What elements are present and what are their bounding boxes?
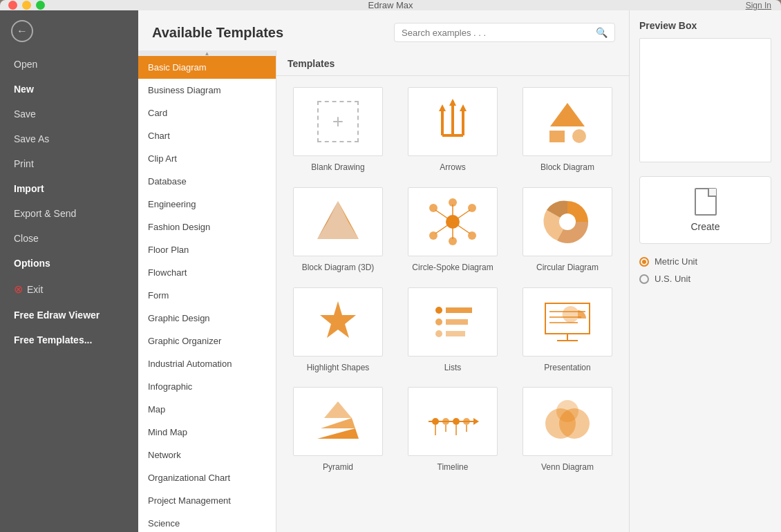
template-thumb-circlespoke	[408, 187, 498, 256]
sidebar-item-options[interactable]: Options	[0, 251, 138, 276]
template-circular[interactable]: Circular Diagram	[517, 187, 618, 274]
us-unit-option[interactable]: U.S. Unit	[639, 274, 771, 284]
category-graphic-organizer[interactable]: Graphic Organizer	[138, 330, 276, 352]
close-button[interactable]	[8, 1, 17, 10]
block3d-svg	[310, 198, 366, 246]
sidebar-item-close[interactable]: Close	[0, 226, 138, 251]
category-flowchart[interactable]: Flowchart	[138, 261, 276, 284]
template-timeline[interactable]: Timeline	[402, 387, 503, 473]
svg-point-28	[435, 307, 442, 314]
create-button[interactable]: Create	[639, 176, 771, 244]
app-title: Edraw Max	[368, 0, 413, 10]
sidebar-item-save[interactable]: Save	[0, 102, 138, 126]
venn-svg	[540, 397, 595, 446]
category-industrial-automation[interactable]: Industrial Automation	[138, 352, 276, 375]
svg-rect-33	[446, 331, 465, 336]
template-lists[interactable]: Lists	[402, 287, 503, 374]
sidebar-item-exit[interactable]: ⊗ Exit	[0, 276, 138, 303]
metric-unit-option[interactable]: Metric Unit	[639, 256, 771, 267]
category-project-management[interactable]: Project Management	[138, 489, 276, 512]
maximize-button[interactable]	[36, 1, 45, 10]
template-venn[interactable]: Venn Diagram	[517, 387, 618, 473]
svg-point-19	[468, 231, 476, 240]
category-fashion-design[interactable]: Fashion Design	[138, 216, 276, 238]
signin-link[interactable]: Sign In	[746, 1, 771, 10]
scroll-up-arrow[interactable]: ▲	[138, 50, 276, 56]
category-infographic[interactable]: Infographic	[138, 375, 276, 398]
svg-point-48	[463, 418, 470, 425]
template-thumb-arrows	[408, 87, 498, 156]
template-block-diagram[interactable]: Block Diagram	[517, 87, 618, 173]
template-label-block3d: Block Diagram (3D)	[302, 262, 375, 274]
category-engineering[interactable]: Engineering	[138, 193, 276, 216]
category-chart[interactable]: Chart	[138, 124, 276, 147]
svg-marker-27	[320, 301, 356, 338]
category-map[interactable]: Map	[138, 398, 276, 421]
template-thumb-presentation	[523, 287, 612, 357]
template-circle-spoke[interactable]: Circle-Spoke Diagram	[402, 187, 503, 274]
category-mind-map[interactable]: Mind Map	[138, 421, 276, 444]
sidebar-item-saveas[interactable]: Save As	[0, 126, 138, 151]
category-graphic-design[interactable]: Graphic Design	[138, 307, 276, 330]
template-label-block: Block Diagram	[540, 162, 594, 173]
svg-point-17	[468, 204, 476, 212]
category-form[interactable]: Form	[138, 284, 276, 307]
sidebar-item-import[interactable]: Import	[0, 176, 138, 201]
minimize-button[interactable]	[22, 1, 31, 10]
back-button[interactable]: ←	[0, 10, 138, 52]
category-database[interactable]: Database	[138, 170, 276, 193]
sidebar-item-open[interactable]: Open	[0, 52, 138, 77]
template-label-circular: Circular Diagram	[536, 262, 599, 274]
svg-point-23	[429, 231, 437, 240]
circlespoke-svg	[425, 198, 480, 246]
sidebar-item-print[interactable]: Print	[0, 151, 138, 176]
svg-point-25	[429, 204, 437, 212]
available-templates-title: Available Templates	[152, 25, 283, 41]
template-block-3d[interactable]: Block Diagram (3D)	[288, 187, 388, 274]
template-blank-drawing[interactable]: + Blank Drawing	[288, 87, 388, 173]
category-card[interactable]: Card	[138, 102, 276, 124]
svg-point-9	[572, 129, 586, 143]
category-floor-plan[interactable]: Floor Plan	[138, 238, 276, 261]
category-business-diagram[interactable]: Business Diagram	[138, 79, 276, 102]
category-science[interactable]: Science	[138, 512, 276, 532]
sidebar-item-export[interactable]: Export & Send	[0, 201, 138, 226]
svg-point-30	[435, 319, 442, 325]
search-input[interactable]	[402, 28, 596, 38]
sidebar-item-new[interactable]: New	[0, 77, 138, 102]
template-thumb-timeline	[408, 387, 498, 456]
template-label-highlight: Highlight Shapes	[307, 362, 370, 374]
svg-point-15	[449, 198, 457, 207]
templates-section-title: Templates	[288, 58, 335, 69]
template-pyramid[interactable]: Pyramid	[288, 387, 388, 473]
template-arrows[interactable]: Arrows	[402, 87, 503, 173]
svg-marker-5	[460, 104, 467, 111]
templates-header: Templates	[276, 50, 629, 76]
sidebar: ← Open New Save Save As Print Import Exp…	[0, 10, 138, 532]
metric-unit-label: Metric Unit	[655, 256, 697, 267]
templates-grid: + Blank Drawing	[276, 76, 629, 532]
template-label-venn: Venn Diagram	[541, 462, 594, 473]
window-controls[interactable]	[8, 1, 45, 10]
svg-marker-4	[449, 99, 456, 106]
template-presentation[interactable]: Presentation	[517, 287, 618, 374]
svg-point-47	[453, 418, 460, 425]
category-network[interactable]: Network	[138, 444, 276, 466]
template-thumb-venn	[523, 387, 612, 456]
titlebar: Edraw Max Sign In	[0, 0, 781, 10]
category-basic-diagram[interactable]: Basic Diagram	[138, 56, 276, 79]
template-highlight[interactable]: Highlight Shapes	[288, 287, 388, 374]
svg-point-32	[435, 330, 442, 337]
sidebar-item-free-templates[interactable]: Free Templates...	[0, 327, 138, 352]
category-clip-art[interactable]: Clip Art	[138, 147, 276, 170]
svg-point-26	[559, 213, 576, 230]
search-box[interactable]: 🔍	[394, 23, 615, 42]
create-doc-icon	[695, 188, 717, 216]
template-label-circlespoke: Circle-Spoke Diagram	[412, 262, 493, 274]
search-icon[interactable]: 🔍	[596, 27, 608, 38]
unit-radio-group: Metric Unit U.S. Unit	[639, 256, 771, 284]
category-org-chart[interactable]: Organizational Chart	[138, 466, 276, 489]
right-panel: Preview Box Create Metric Unit U.S. Unit	[629, 10, 781, 532]
sidebar-item-free-viewer[interactable]: Free Edraw Viewer	[0, 303, 138, 327]
template-label-presentation: Presentation	[544, 362, 590, 374]
